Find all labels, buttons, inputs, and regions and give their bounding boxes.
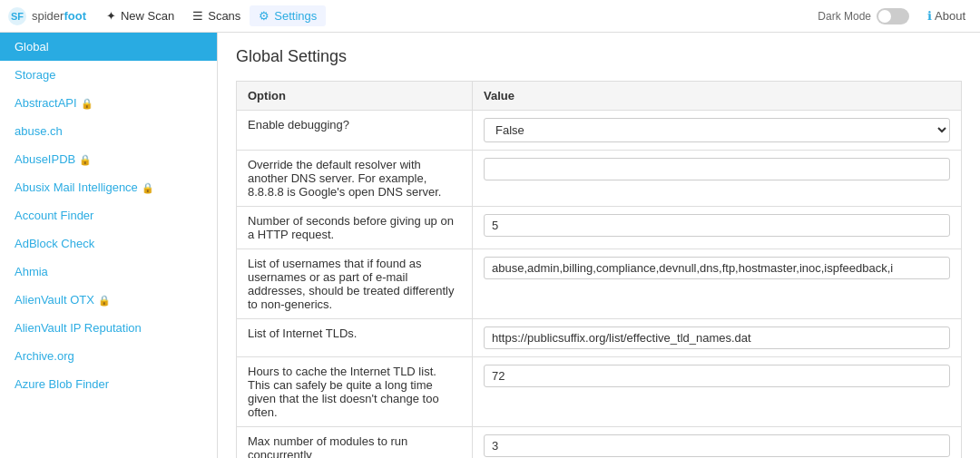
setting-value-cell: [473, 357, 962, 427]
lock-icon: 🔒: [142, 182, 154, 193]
setting-input-5[interactable]: [484, 365, 950, 387]
setting-input-3[interactable]: [484, 257, 950, 279]
setting-value-cell: [473, 207, 962, 249]
main-layout: GlobalStorageAbstractAPI🔒abuse.chAbuseIP…: [0, 33, 980, 458]
setting-label: Enable debugging?: [237, 111, 473, 151]
brand-logo: SF spiderfoot: [7, 6, 86, 26]
setting-label: Number of seconds before giving up on a …: [237, 207, 473, 249]
table-row: Max number of modules to run concurrentl…: [237, 427, 962, 459]
setting-value-cell: [473, 319, 962, 357]
sidebar-item-archive.org[interactable]: Archive.org: [0, 342, 217, 370]
col-value-header: Value: [473, 82, 962, 111]
setting-label: Max number of modules to run concurrentl…: [237, 427, 473, 459]
setting-value-cell: [473, 151, 962, 207]
lock-icon: 🔒: [79, 154, 92, 165]
sidebar-item-abuse.ch[interactable]: abuse.ch: [0, 117, 217, 145]
setting-label: List of usernames that if found as usern…: [237, 249, 473, 319]
plus-icon: ✦: [106, 9, 116, 23]
setting-value-cell: [473, 249, 962, 319]
lock-icon: 🔒: [81, 98, 93, 109]
dark-mode-label: Dark Mode: [818, 10, 871, 23]
sidebar-item-storage[interactable]: Storage: [0, 61, 217, 89]
setting-label: List of Internet TLDs.: [237, 319, 473, 357]
svg-text:SF: SF: [11, 11, 24, 22]
info-icon: ℹ: [927, 9, 932, 23]
new-scan-label: New Scan: [121, 9, 174, 23]
table-row: List of usernames that if found as usern…: [237, 249, 962, 319]
sidebar: GlobalStorageAbstractAPI🔒abuse.chAbuseIP…: [0, 33, 218, 458]
table-row: Override the default resolver with anoth…: [237, 151, 962, 207]
brand-spider-text: spider: [32, 9, 64, 23]
setting-input-2[interactable]: [484, 214, 950, 237]
setting-label: Override the default resolver with anoth…: [237, 151, 473, 207]
table-row: Enable debugging?FalseTrue: [237, 111, 962, 151]
brand-foot-text: foot: [64, 9, 86, 23]
table-row: List of Internet TLDs.: [237, 319, 962, 357]
dark-mode-toggle[interactable]: [877, 8, 909, 24]
scans-label: Scans: [208, 9, 240, 23]
lock-icon: 🔒: [98, 295, 111, 306]
sidebar-item-adblock-check[interactable]: AdBlock Check: [0, 229, 217, 258]
sidebar-item-abstractapi[interactable]: AbstractAPI🔒: [0, 89, 217, 117]
sidebar-item-abusix-mail-intelligence[interactable]: Abusix Mail Intelligence🔒: [0, 173, 217, 201]
sidebar-item-ahmia[interactable]: Ahmia: [0, 258, 217, 286]
settings-button[interactable]: ⚙ Settings: [250, 5, 326, 26]
setting-value-cell: [473, 427, 962, 459]
sidebar-item-azure-blob-finder[interactable]: Azure Blob Finder: [0, 370, 217, 398]
top-navbar: SF spiderfoot ✦ New Scan ☰ Scans ⚙ Setti…: [0, 0, 980, 33]
new-scan-button[interactable]: ✦ New Scan: [97, 5, 183, 26]
setting-input-4[interactable]: [484, 326, 950, 349]
setting-input-1[interactable]: [484, 158, 950, 180]
sidebar-item-alienvault-ip-reputation[interactable]: AlienVault IP Reputation: [0, 314, 217, 342]
about-button[interactable]: ℹ About: [920, 5, 973, 26]
table-row: Number of seconds before giving up on a …: [237, 207, 962, 249]
list-icon: ☰: [192, 9, 203, 23]
setting-input-6[interactable]: [484, 434, 950, 457]
sidebar-item-abuseipdb[interactable]: AbuseIPDB🔒: [0, 145, 217, 173]
table-row: Hours to cache the Internet TLD list. Th…: [237, 357, 962, 427]
sidebar-item-alienvault-otx[interactable]: AlienVault OTX🔒: [0, 286, 217, 314]
page-title: Global Settings: [236, 47, 962, 66]
settings-label: Settings: [274, 9, 317, 23]
about-label: About: [935, 9, 965, 23]
sidebar-item-global[interactable]: Global: [0, 33, 217, 61]
setting-select-0[interactable]: FalseTrue: [484, 118, 950, 142]
main-content: Global Settings Option Value Enable debu…: [218, 33, 980, 458]
setting-label: Hours to cache the Internet TLD list. Th…: [237, 357, 473, 427]
sidebar-item-account-finder[interactable]: Account Finder: [0, 201, 217, 229]
settings-table: Option Value Enable debugging?FalseTrueO…: [236, 81, 962, 458]
scans-button[interactable]: ☰ Scans: [183, 5, 250, 26]
col-option-header: Option: [237, 82, 473, 111]
settings-icon: ⚙: [259, 9, 270, 23]
setting-value-cell: FalseTrue: [473, 111, 962, 151]
